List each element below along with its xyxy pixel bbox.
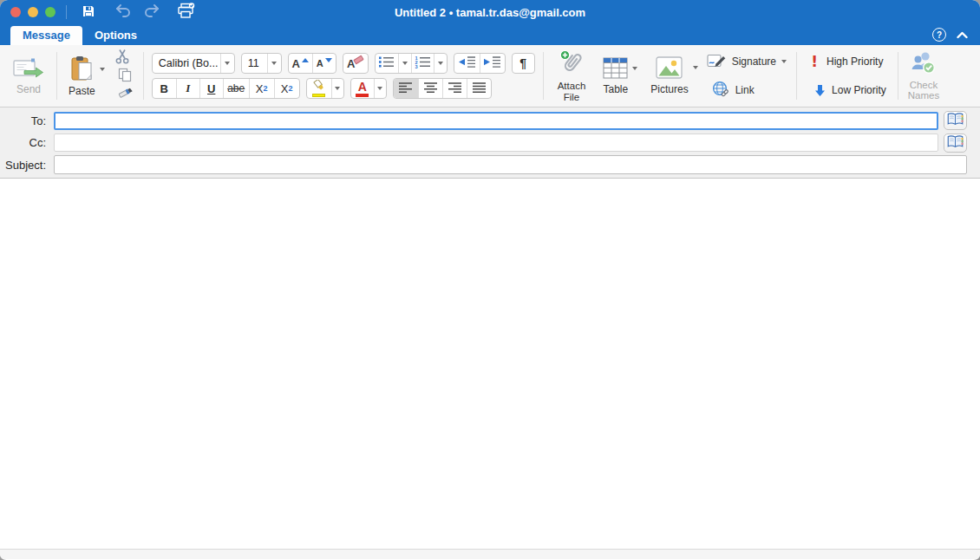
subscript-button[interactable]: X2 [249,79,274,98]
high-priority-button[interactable]: ! High Priority [808,51,883,72]
titlebar: Untitled 2 • tamal.tr.das@gmail.com [0,0,980,24]
shrink-font-button[interactable]: A [312,54,336,73]
ribbon-divider [56,52,57,100]
to-input[interactable] [54,112,938,130]
ribbon-divider [796,52,797,100]
subject-row: Subject: [5,155,967,174]
bullets-dropdown-icon[interactable] [398,54,411,73]
pictures-button[interactable]: Pictures [646,55,692,97]
paragraph-marks-button[interactable]: ¶ [512,53,535,74]
svg-text:3: 3 [415,64,417,68]
address-book-icon [947,135,964,151]
cut-scissors-icon [114,49,130,67]
attach-file-label-2: File [564,92,580,102]
cc-input[interactable] [54,133,938,152]
ribbon-tabbar: Message Options ? [0,24,980,45]
close-button[interactable] [10,7,21,17]
align-left-icon [398,81,413,96]
increase-indent-button[interactable] [480,54,505,73]
ribbon-divider [143,52,144,100]
tab-options[interactable]: Options [82,26,149,45]
clear-formatting-button[interactable]: A [343,53,369,74]
font-family-select[interactable]: Calibri (Bo... [152,53,235,74]
font-group: Calibri (Bo... 11 A A A [147,45,540,107]
check-names-button[interactable]: CheckNames [901,45,946,107]
table-dropdown-icon[interactable] [632,67,637,70]
paste-dropdown-icon[interactable] [100,68,105,71]
pictures-icon [656,56,683,81]
ribbon: Send Paste [0,45,980,107]
redo-icon [143,4,160,20]
align-left-button[interactable] [394,79,418,98]
strikethrough-button[interactable]: abe [223,79,249,98]
cc-address-book-button[interactable] [944,133,967,153]
font-family-value: Calibri (Bo... [153,57,220,69]
help-icon[interactable]: ? [932,28,946,42]
align-right-button[interactable] [442,79,467,98]
align-center-button[interactable] [418,79,442,98]
font-size-select[interactable]: 11 [241,53,282,74]
undo-button[interactable] [112,2,134,23]
send-button[interactable]: Send [3,45,54,107]
high-priority-label: High Priority [826,55,883,68]
underline-button[interactable]: U [199,79,223,98]
save-button[interactable] [77,2,100,23]
tab-message[interactable]: Message [10,26,82,45]
subject-input[interactable] [54,155,967,174]
outdent-icon [458,55,476,71]
table-button[interactable]: Table [598,55,632,97]
highlighter-icon [310,80,328,93]
bold-button[interactable]: B [153,79,176,98]
cc-label: Cc: [5,136,54,149]
print-icon [177,3,195,22]
table-icon [603,57,628,81]
italic-button[interactable]: I [176,79,199,98]
font-color-dropdown-icon[interactable] [374,79,386,98]
low-priority-label: Low Priority [832,84,886,96]
format-painter-icon [116,86,133,102]
send-label: Send [16,83,41,95]
numbering-button[interactable]: 123 [411,54,434,73]
message-body-editor[interactable] [0,179,980,549]
copy-button[interactable] [114,68,136,84]
numbering-dropdown-icon[interactable] [434,54,447,73]
highlight-dropdown-icon[interactable] [331,79,343,98]
low-priority-button[interactable]: Low Priority [813,80,886,101]
paste-button[interactable]: Paste [64,54,100,99]
format-painter-button[interactable] [114,87,136,102]
indent-icon [483,55,501,71]
bullets-button[interactable] [376,54,398,73]
zoom-button[interactable] [45,7,56,17]
superscript-button[interactable]: X2 [274,79,299,98]
minimize-button[interactable] [28,7,38,17]
grow-font-icon [302,58,309,62]
check-names-label-1: Check [910,80,938,90]
highlight-color-swatch [312,94,325,97]
print-button[interactable] [174,2,197,23]
insert-group: AttachFile Table Pictures [546,45,794,107]
subject-label: Subject: [5,159,54,172]
align-center-icon [423,81,438,96]
paste-label: Paste [69,85,95,97]
attach-file-button[interactable]: AttachFile [553,48,591,104]
cut-button[interactable] [111,50,134,66]
send-icon [13,57,44,83]
cc-row: Cc: [5,133,967,153]
pictures-dropdown-icon[interactable] [693,66,698,69]
undo-icon [115,4,132,20]
signature-button[interactable]: Signature [707,51,787,72]
redo-button[interactable] [140,2,162,23]
decrease-indent-button[interactable] [454,54,480,73]
address-panel: To: Cc: Subject: [0,107,980,179]
link-label: Link [735,84,755,96]
highlight-button[interactable] [307,79,331,98]
link-button[interactable]: Link [712,80,755,101]
collapse-ribbon-icon[interactable] [957,27,968,42]
save-icon [82,4,95,21]
align-justify-icon [472,81,487,96]
align-justify-button[interactable] [467,79,491,98]
traffic-lights [10,7,56,17]
to-address-book-button[interactable] [944,111,967,130]
font-color-button[interactable]: A [351,79,374,98]
grow-font-button[interactable]: A [289,54,312,73]
